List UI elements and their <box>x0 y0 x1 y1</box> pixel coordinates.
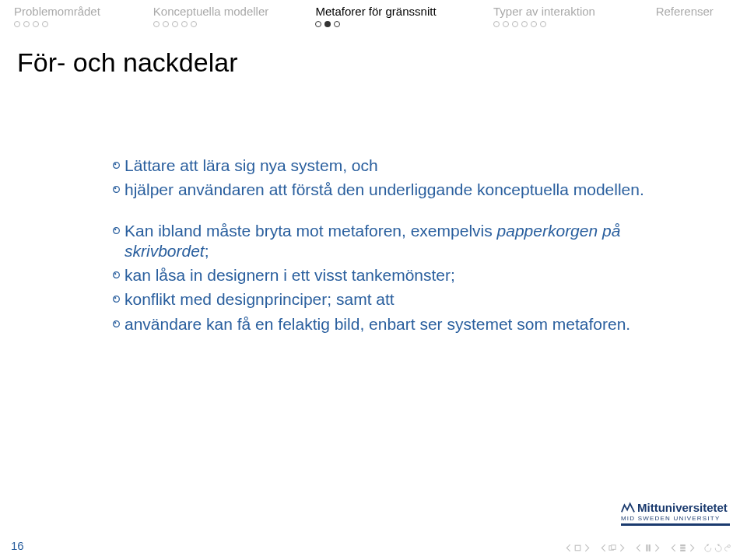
nav-prev-slide[interactable] <box>634 544 661 552</box>
nav-section-label: Konceptuella modeller <box>153 5 268 18</box>
svg-point-0 <box>113 163 119 169</box>
logo-subtitle: MID SWEDEN UNIVERSITY <box>621 516 730 522</box>
nav-prev-subsection[interactable] <box>599 544 626 552</box>
svg-rect-17 <box>680 544 686 546</box>
progress-dot[interactable] <box>153 21 160 27</box>
svg-point-3 <box>114 187 116 189</box>
progress-dot[interactable] <box>315 21 321 27</box>
bullet-item: användare kan få en felaktig bild, enbar… <box>107 314 700 334</box>
bullet-text: hjälper användaren att förstå den underl… <box>124 180 700 200</box>
progress-dot[interactable] <box>172 21 178 27</box>
svg-rect-16 <box>649 544 651 551</box>
nav-section[interactable]: Typer av interaktion <box>493 5 656 30</box>
progress-dot[interactable] <box>334 21 340 27</box>
bullet-icon <box>107 180 124 194</box>
bullet-item: Lättare att lära sig nya system, och <box>107 156 700 176</box>
progress-dot[interactable] <box>42 21 48 27</box>
progress-dot[interactable] <box>521 21 528 27</box>
svg-point-5 <box>114 229 116 230</box>
svg-point-11 <box>114 322 116 324</box>
svg-point-10 <box>113 320 119 327</box>
nav-section-label: Metaforer för gränssnitt <box>315 5 436 18</box>
progress-dot[interactable] <box>493 21 500 27</box>
nav-section[interactable]: Metaforer för gränssnitt <box>315 5 493 30</box>
page-number: 16 <box>11 539 24 552</box>
nav-prev-section[interactable] <box>564 544 591 552</box>
logo-brand: Mittuniversitetet <box>637 502 728 513</box>
progress-dot[interactable] <box>163 21 169 27</box>
progress-dot[interactable] <box>512 21 518 27</box>
progress-dot[interactable] <box>14 21 20 27</box>
nav-prev-frame[interactable] <box>669 544 696 552</box>
svg-point-7 <box>114 273 116 275</box>
nav-back-forward[interactable] <box>704 544 731 552</box>
svg-point-6 <box>113 272 119 278</box>
bullet-item: konflikt med designprinciper; samt att <box>107 289 700 310</box>
nav-progress-dots <box>153 21 197 30</box>
svg-rect-14 <box>612 545 616 550</box>
svg-point-9 <box>114 297 116 299</box>
bullet-item: kan låsa in designern i ett visst tankem… <box>107 265 700 285</box>
bullet-text: Lättare att lära sig nya system, och <box>124 156 700 176</box>
progress-dot[interactable] <box>531 21 537 27</box>
slide-body: Lättare att lära sig nya system, ochhjäl… <box>107 156 700 355</box>
bullet-text: kan låsa in designern i ett visst tankem… <box>124 265 700 285</box>
progress-dot[interactable] <box>324 21 331 27</box>
svg-point-1 <box>114 163 116 165</box>
bullet-text: användare kan få en felaktig bild, enbar… <box>124 314 700 334</box>
university-logo: Mittuniversitetet MID SWEDEN UNIVERSITY <box>621 500 730 526</box>
bullet-icon <box>107 314 124 328</box>
slide: { "nav": { "sections": [ {"label":"Probl… <box>0 0 747 560</box>
nav-section-label: Typer av interaktion <box>493 5 595 18</box>
logo-underline <box>621 523 730 526</box>
progress-dot[interactable] <box>503 21 509 27</box>
bullet-icon <box>107 156 124 170</box>
nav-progress-dots <box>315 21 340 30</box>
progress-dot[interactable] <box>540 21 546 27</box>
bullet-item: Kan ibland måste bryta mot metaforen, ex… <box>107 221 700 262</box>
svg-rect-18 <box>680 547 686 548</box>
bullet-icon <box>107 221 124 235</box>
nav-section[interactable]: Konceptuella modeller <box>153 5 316 30</box>
bullet-item: hjälper användaren att förstå den underl… <box>107 180 700 200</box>
logo-mark-icon <box>621 500 635 514</box>
bullet-icon <box>107 289 124 303</box>
nav-section[interactable]: Problemområdet <box>14 5 153 30</box>
nav-section-label: Referenser <box>656 5 714 18</box>
nav-section[interactable]: Referenser <box>656 5 733 30</box>
progress-dot[interactable] <box>33 21 39 27</box>
section-nav: ProblemområdetKonceptuella modellerMetaf… <box>0 0 747 30</box>
beamer-controls <box>564 544 731 552</box>
svg-point-8 <box>113 296 119 303</box>
svg-point-4 <box>113 227 119 233</box>
progress-dot[interactable] <box>23 21 30 27</box>
svg-rect-12 <box>575 545 580 551</box>
bullet-text: Kan ibland måste bryta mot metaforen, ex… <box>124 221 700 262</box>
bullet-text: konflikt med designprinciper; samt att <box>124 289 700 310</box>
svg-rect-19 <box>680 550 686 551</box>
svg-rect-15 <box>646 544 647 551</box>
progress-dot[interactable] <box>181 21 188 27</box>
slide-title: För- och nackdelar <box>0 30 747 78</box>
nav-progress-dots <box>493 21 546 30</box>
svg-point-2 <box>113 187 119 193</box>
nav-section-label: Problemområdet <box>14 5 100 18</box>
progress-dot[interactable] <box>191 21 197 27</box>
nav-progress-dots <box>14 21 48 30</box>
bullet-icon <box>107 265 124 279</box>
